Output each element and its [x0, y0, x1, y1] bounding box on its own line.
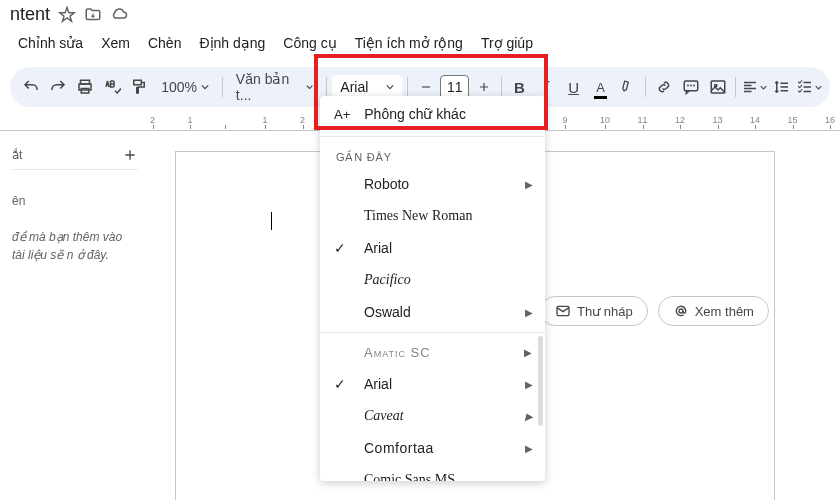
font-item-oswald[interactable]: Oswald▶ — [320, 296, 545, 328]
menubar: Chỉnh sửa Xem Chèn Định dạng Công cụ Tiệ… — [0, 29, 840, 61]
comment-button[interactable] — [678, 73, 703, 101]
text-color-button[interactable]: A — [588, 73, 613, 101]
checklist-button[interactable] — [796, 73, 822, 101]
outline-panel: ắt ên đề mà bạn thêm vào tài liệu sẽ n ở… — [0, 131, 150, 274]
font-item-comic[interactable]: Comic Sans MS — [320, 464, 545, 481]
font-name: Oswald — [364, 304, 411, 320]
more-fonts-item[interactable]: A+ Phông chữ khác — [320, 96, 545, 132]
plus-icon[interactable] — [122, 147, 138, 163]
menu-insert[interactable]: Chèn — [140, 31, 189, 55]
chip-draft[interactable]: Thư nháp — [540, 296, 648, 326]
menu-view[interactable]: Xem — [93, 31, 138, 55]
zoom-dropdown[interactable]: 100% — [153, 79, 217, 95]
styles-dropdown[interactable]: Văn bản t... — [228, 71, 322, 103]
chevron-right-icon: ▶ — [525, 179, 533, 190]
mail-icon — [555, 303, 571, 319]
font-name: Times New Roman — [364, 208, 472, 224]
at-icon — [673, 303, 689, 319]
chevron-right-icon: ▶ — [525, 307, 533, 318]
font-name: Comic Sans MS — [364, 472, 455, 481]
line-spacing-button[interactable] — [769, 73, 794, 101]
divider — [320, 332, 545, 333]
separator — [501, 77, 502, 97]
align-button[interactable] — [741, 73, 767, 101]
font-item-times[interactable]: Times New Roman — [320, 200, 545, 232]
chevron-right-icon: ▶ — [524, 347, 533, 358]
add-font-icon: A+ — [334, 107, 350, 122]
outline-heading: ên — [12, 194, 138, 208]
undo-button[interactable] — [18, 73, 43, 101]
menu-edit[interactable]: Chỉnh sửa — [10, 31, 91, 55]
redo-button[interactable] — [45, 73, 70, 101]
link-button[interactable] — [651, 73, 676, 101]
chip-label: Xem thêm — [695, 304, 754, 319]
font-item-comfortaa[interactable]: Comfortaa▶ — [320, 432, 545, 464]
paint-format-button[interactable] — [126, 73, 151, 101]
separator — [222, 77, 223, 97]
highlight-button[interactable] — [615, 73, 640, 101]
star-icon[interactable] — [58, 6, 76, 24]
recent-section-label: GẦN ĐÂY — [320, 141, 545, 168]
scrollbar-thumb[interactable] — [538, 336, 543, 426]
doc-title[interactable]: ntent — [10, 4, 50, 25]
separator — [326, 77, 327, 97]
more-fonts-label: Phông chữ khác — [364, 106, 466, 122]
font-item-roboto[interactable]: Roboto▶ — [320, 168, 545, 200]
image-button[interactable] — [705, 73, 730, 101]
smart-chips: Thư nháp Xem thêm — [540, 296, 769, 326]
font-name: Arial — [364, 376, 392, 392]
chevron-right-icon: ▶ — [525, 411, 533, 422]
menu-help[interactable]: Trợ giúp — [473, 31, 541, 55]
font-item-caveat[interactable]: Caveat▶ — [320, 400, 545, 432]
print-button[interactable] — [72, 73, 97, 101]
font-item-pacifico[interactable]: Pacifico — [320, 264, 545, 296]
menu-extensions[interactable]: Tiện ích mở rộng — [347, 31, 471, 55]
move-folder-icon[interactable] — [84, 6, 102, 24]
check-icon: ✓ — [334, 376, 346, 392]
chip-label: Thư nháp — [577, 304, 633, 319]
outline-placeholder: đề mà bạn thêm vào tài liệu sẽ n ở đây. — [12, 228, 138, 264]
font-item-arial[interactable]: ✓Arial — [320, 232, 545, 264]
outline-label: ắt — [12, 148, 22, 162]
spellcheck-button[interactable] — [99, 73, 124, 101]
font-name: Amatic SC — [364, 345, 431, 360]
menu-format[interactable]: Định dạng — [191, 31, 273, 55]
font-name: Pacifico — [364, 272, 411, 288]
font-name: Comfortaa — [364, 440, 434, 456]
underline-button[interactable]: U — [561, 73, 586, 101]
chevron-right-icon: ▶ — [525, 443, 534, 454]
separator — [735, 77, 736, 97]
font-name: Caveat — [364, 408, 404, 424]
chip-more[interactable]: Xem thêm — [658, 296, 769, 326]
separator — [407, 77, 408, 97]
menu-tools[interactable]: Công cụ — [275, 31, 344, 55]
font-item-arial-2[interactable]: ✓Arial▶ — [320, 368, 545, 400]
check-icon: ✓ — [334, 240, 346, 256]
cloud-status-icon[interactable] — [110, 6, 128, 24]
font-menu: A+ Phông chữ khác GẦN ĐÂY Roboto▶ Times … — [320, 96, 545, 481]
font-name: Roboto — [364, 176, 409, 192]
separator — [645, 77, 646, 97]
text-cursor — [271, 212, 272, 230]
font-item-amatic[interactable]: Amatic SC▶ — [320, 337, 545, 368]
chevron-right-icon: ▶ — [525, 379, 533, 390]
divider — [320, 136, 545, 137]
outline-row[interactable]: ắt — [12, 141, 138, 170]
svg-rect-3 — [133, 80, 141, 85]
titlebar: ntent — [0, 0, 840, 29]
font-name: Arial — [364, 240, 392, 256]
